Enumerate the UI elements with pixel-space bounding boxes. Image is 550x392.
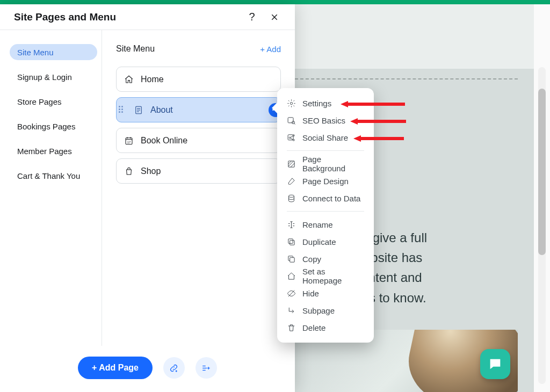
subpage-icon bbox=[287, 306, 296, 315]
ctx-hide[interactable]: Hide bbox=[277, 285, 374, 302]
sidebar-item-bookings[interactable]: Bookings Pages bbox=[10, 118, 97, 134]
page-label: Book Online bbox=[141, 136, 187, 146]
page-item-shop[interactable]: Shop bbox=[116, 158, 281, 184]
svg-rect-41 bbox=[288, 238, 293, 243]
panel-title: Site Pages and Menu bbox=[14, 11, 244, 23]
sidebar-item-store-pages[interactable]: Store Pages bbox=[10, 93, 97, 110]
page-icon bbox=[134, 105, 143, 115]
page-label: About bbox=[150, 105, 173, 115]
svg-marker-48 bbox=[353, 135, 361, 142]
svg-point-39 bbox=[289, 195, 294, 197]
sidebar-item-signup-login[interactable]: Signup & Login bbox=[10, 69, 97, 85]
page-item-book-online[interactable]: 17 Book Online bbox=[116, 128, 281, 153]
calendar-icon: 17 bbox=[124, 136, 134, 146]
svg-rect-40 bbox=[290, 240, 295, 245]
annotation-arrow-seo bbox=[350, 117, 406, 125]
page-item-home[interactable]: Home bbox=[116, 67, 281, 92]
svg-line-28 bbox=[294, 123, 295, 124]
panel-footer: + Add Page bbox=[0, 346, 295, 392]
add-dynamic-page-button[interactable] bbox=[196, 357, 217, 379]
sidebar-item-site-menu[interactable]: Site Menu bbox=[10, 44, 97, 60]
seo-icon bbox=[287, 116, 296, 125]
trash-icon bbox=[287, 323, 296, 332]
yelp-icon[interactable] bbox=[396, 41, 406, 53]
chat-button[interactable] bbox=[480, 349, 510, 379]
hide-icon bbox=[287, 289, 296, 298]
svg-rect-26 bbox=[288, 117, 293, 122]
chevron-down-icon bbox=[444, 43, 453, 52]
bag-icon bbox=[124, 166, 134, 176]
instagram-icon[interactable] bbox=[380, 41, 389, 53]
svg-point-6 bbox=[497, 362, 499, 364]
svg-text:17: 17 bbox=[127, 140, 131, 143]
nav-online[interactable]: Online bbox=[295, 42, 320, 52]
ctx-homepage[interactable]: Set as Homepage bbox=[277, 267, 374, 285]
svg-rect-45 bbox=[348, 103, 405, 106]
nav-shop[interactable]: Shop bbox=[329, 42, 349, 52]
section-title: Site Menu bbox=[116, 44, 155, 54]
svg-point-5 bbox=[495, 362, 497, 364]
brush-icon bbox=[287, 177, 296, 186]
svg-point-4 bbox=[493, 362, 494, 364]
add-link-button[interactable] bbox=[163, 357, 185, 379]
svg-line-36 bbox=[288, 161, 294, 166]
svg-rect-42 bbox=[290, 257, 295, 262]
svg-line-34 bbox=[291, 138, 293, 140]
svg-point-1 bbox=[383, 45, 386, 48]
share-icon bbox=[287, 133, 296, 142]
svg-point-30 bbox=[293, 134, 294, 136]
ctx-delete[interactable]: Delete bbox=[277, 319, 374, 336]
page-label: Shop bbox=[141, 166, 161, 176]
svg-line-33 bbox=[291, 135, 293, 137]
panel-header: Site Pages and Menu ? bbox=[0, 4, 295, 30]
book-now-button[interactable]: BOOK NOW bbox=[467, 23, 545, 59]
duplicate-icon bbox=[287, 237, 296, 246]
svg-point-25 bbox=[290, 102, 292, 104]
page-item-about[interactable]: About bbox=[116, 97, 281, 122]
help-button[interactable]: ? bbox=[244, 10, 259, 25]
app-top-accent bbox=[0, 0, 550, 4]
site-header: Online Shop bbox=[295, 37, 518, 58]
svg-rect-0 bbox=[381, 42, 388, 50]
ctx-rename[interactable]: Rename bbox=[277, 216, 374, 233]
ctx-duplicate[interactable]: Duplicate bbox=[277, 233, 374, 250]
sidebar-item-cart[interactable]: Cart & Thank You bbox=[10, 168, 97, 184]
close-button[interactable] bbox=[267, 10, 282, 25]
social-icons bbox=[364, 41, 406, 53]
svg-rect-49 bbox=[361, 137, 404, 140]
facebook-icon[interactable] bbox=[364, 41, 373, 53]
annotation-arrow-settings bbox=[341, 100, 405, 107]
ctx-subpage[interactable]: Subpage bbox=[277, 302, 374, 319]
main-column: Site Menu + Add Home About 17 Book Onlin… bbox=[102, 30, 295, 346]
annotation-arrow-social bbox=[353, 134, 404, 142]
sidebar: Site Menu Signup & Login Store Pages Boo… bbox=[0, 30, 102, 346]
gear-icon bbox=[287, 99, 296, 108]
copy-icon bbox=[287, 255, 296, 264]
add-menu-item-button[interactable]: + Add bbox=[260, 45, 281, 54]
ctx-background[interactable]: Page Background bbox=[277, 155, 374, 172]
member-login[interactable] bbox=[425, 40, 453, 55]
close-icon bbox=[270, 13, 279, 21]
ctx-design[interactable]: Page Design bbox=[277, 172, 374, 190]
drag-handle-icon[interactable] bbox=[119, 106, 124, 114]
svg-point-2 bbox=[386, 43, 387, 45]
svg-line-38 bbox=[291, 163, 294, 167]
background-icon bbox=[287, 159, 296, 169]
sidebar-item-member-pages[interactable]: Member Pages bbox=[10, 143, 97, 159]
add-page-button[interactable]: + Add Page bbox=[78, 357, 153, 379]
site-pages-panel: Site Pages and Menu ? Site Menu Signup &… bbox=[0, 4, 295, 392]
svg-marker-44 bbox=[341, 101, 348, 107]
svg-point-32 bbox=[289, 137, 291, 139]
svg-point-3 bbox=[431, 45, 433, 47]
svg-marker-46 bbox=[350, 118, 358, 125]
home-icon bbox=[287, 272, 296, 281]
home-icon bbox=[124, 75, 134, 84]
rename-icon bbox=[287, 220, 296, 229]
ctx-connect-data[interactable]: Connect to Data bbox=[277, 190, 374, 207]
ctx-copy[interactable]: Copy bbox=[277, 250, 374, 267]
right-scrollbar[interactable] bbox=[534, 4, 550, 392]
scroll-thumb[interactable] bbox=[538, 89, 546, 255]
page-context-menu: Settings SEO Basics Social Share Page Ba… bbox=[277, 88, 374, 343]
svg-rect-47 bbox=[358, 120, 406, 123]
avatar-icon bbox=[425, 40, 440, 55]
